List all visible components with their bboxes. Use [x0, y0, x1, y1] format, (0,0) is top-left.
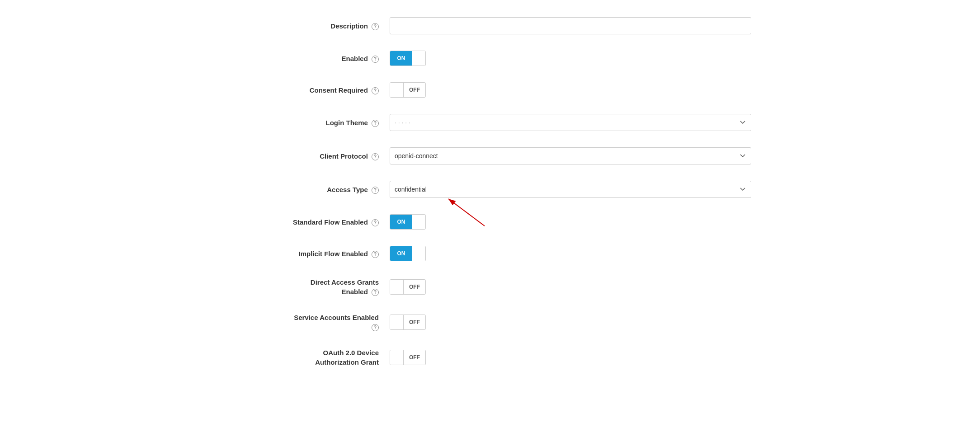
login-theme-label: Login Theme ?: [263, 118, 390, 127]
standard-flow-help-icon[interactable]: ?: [372, 219, 379, 226]
enabled-label: Enabled ?: [263, 54, 390, 63]
oauth-device-control: OFF: [390, 350, 717, 365]
access-type-control: confidential public bearer-only: [390, 181, 751, 198]
direct-access-off-label: OFF: [404, 280, 425, 294]
access-type-label: Access Type ?: [263, 185, 390, 194]
oauth-device-off-label: OFF: [404, 350, 425, 365]
service-accounts-toggle[interactable]: OFF: [390, 315, 426, 330]
description-help-icon[interactable]: ?: [372, 23, 379, 30]
standard-flow-toggle[interactable]: ON: [390, 214, 426, 230]
consent-required-label: Consent Required ?: [263, 85, 390, 95]
implicit-flow-toggle-on: ON: [390, 246, 412, 261]
enabled-help-icon[interactable]: ?: [372, 56, 379, 63]
implicit-flow-label: Implicit Flow Enabled ?: [263, 249, 390, 258]
client-protocol-select[interactable]: openid-connect saml: [390, 147, 751, 164]
standard-flow-label: Standard Flow Enabled ?: [263, 217, 390, 227]
enabled-control: ON: [390, 51, 717, 66]
client-protocol-label: Client Protocol ?: [263, 151, 390, 161]
service-accounts-off-label: OFF: [404, 315, 425, 329]
direct-access-label: Direct Access Grants Enabled ?: [263, 277, 390, 296]
consent-required-control: OFF: [390, 82, 717, 98]
access-type-help-icon[interactable]: ?: [372, 187, 379, 194]
standard-flow-toggle-on: ON: [390, 215, 412, 229]
service-accounts-row: Service Accounts Enabled ? OFF: [263, 305, 717, 340]
login-theme-select[interactable]: · · · · ·: [390, 114, 751, 131]
direct-access-row: Direct Access Grants Enabled ? OFF: [263, 269, 717, 305]
service-accounts-indicator: [390, 315, 404, 329]
enabled-toggle-indicator: [412, 51, 425, 66]
settings-form: Description ? Enabled ? ON Consent Requi…: [245, 0, 735, 384]
login-theme-help-icon[interactable]: ?: [372, 120, 379, 127]
login-theme-control: · · · · ·: [390, 114, 751, 131]
oauth-device-indicator: [390, 350, 404, 365]
consent-required-off-label: OFF: [404, 83, 425, 97]
oauth-device-row: OAuth 2.0 Device Authorization Grant OFF: [263, 340, 717, 375]
oauth-device-toggle[interactable]: OFF: [390, 350, 426, 365]
oauth-device-label: OAuth 2.0 Device Authorization Grant: [263, 348, 390, 367]
direct-access-help-icon[interactable]: ?: [372, 289, 379, 296]
description-input[interactable]: [390, 17, 751, 34]
description-control: [390, 17, 751, 34]
access-type-row: Access Type ? confidential public bearer…: [263, 173, 717, 206]
standard-flow-indicator: [412, 215, 425, 229]
implicit-flow-indicator: [412, 246, 425, 261]
description-row: Description ?: [263, 9, 717, 42]
access-type-select[interactable]: confidential public bearer-only: [390, 181, 751, 198]
service-accounts-control: OFF: [390, 315, 717, 330]
service-accounts-help-icon[interactable]: ?: [372, 324, 379, 331]
consent-required-toggle[interactable]: OFF: [390, 82, 426, 98]
consent-required-indicator: [390, 83, 404, 97]
client-protocol-help-icon[interactable]: ?: [372, 153, 379, 160]
implicit-flow-row: Implicit Flow Enabled ? ON: [263, 238, 717, 269]
implicit-flow-toggle[interactable]: ON: [390, 246, 426, 261]
enabled-row: Enabled ? ON: [263, 42, 717, 74]
standard-flow-control: ON: [390, 214, 717, 230]
direct-access-control: OFF: [390, 279, 717, 295]
consent-required-row: Consent Required ? OFF: [263, 74, 717, 106]
implicit-flow-help-icon[interactable]: ?: [372, 251, 379, 258]
consent-required-help-icon[interactable]: ?: [372, 87, 379, 94]
standard-flow-row: Standard Flow Enabled ? ON: [263, 206, 717, 238]
enabled-toggle-on: ON: [390, 51, 412, 66]
enabled-toggle[interactable]: ON: [390, 51, 426, 66]
client-protocol-row: Client Protocol ? openid-connect saml: [263, 139, 717, 173]
client-protocol-control: openid-connect saml: [390, 147, 751, 164]
login-theme-row: Login Theme ? · · · · ·: [263, 106, 717, 139]
access-type-arrow-container: confidential public bearer-only: [390, 181, 751, 198]
direct-access-toggle[interactable]: OFF: [390, 279, 426, 295]
service-accounts-label: Service Accounts Enabled ?: [263, 313, 390, 332]
implicit-flow-control: ON: [390, 246, 717, 261]
direct-access-indicator: [390, 280, 404, 294]
description-label: Description ?: [263, 21, 390, 31]
